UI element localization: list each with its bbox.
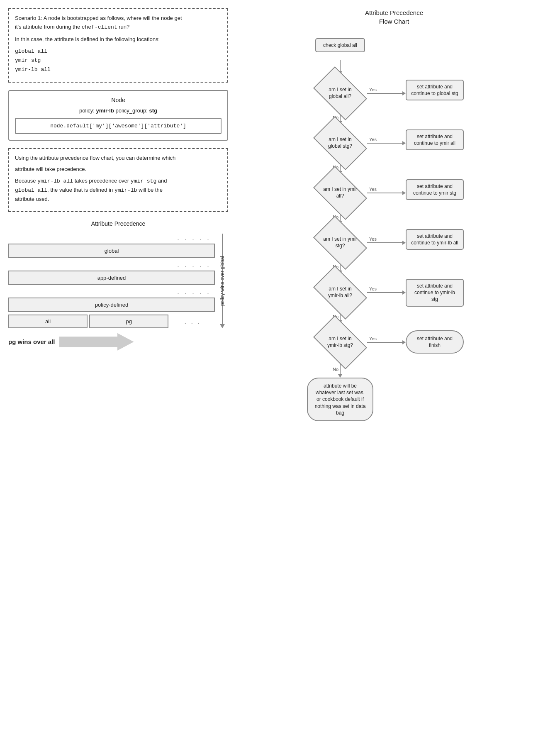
stack-diagram: . . . . . global . . . . . app-defined xyxy=(8,234,215,328)
svg-marker-25 xyxy=(402,241,406,245)
svg-text:Yes: Yes xyxy=(369,237,377,242)
svg-text:No: No xyxy=(333,367,338,372)
result-2: set attribute and continue to ymir all xyxy=(406,129,464,150)
node-box: Node policy: ymir-lb policy_group: stg n… xyxy=(8,90,228,141)
explanation-box: Using the attribute precedence flow char… xyxy=(8,148,228,212)
svg-text:Yes: Yes xyxy=(369,87,377,92)
stack-layer-app: app-defined xyxy=(8,271,215,285)
stack-layer-global: global xyxy=(8,244,215,258)
end-node: attribute will be whatever last set was,… xyxy=(307,378,373,421)
start-node: check global all xyxy=(315,38,365,52)
svg-text:Yes: Yes xyxy=(369,286,377,291)
attr-prec-section: Attribute Precedence . . . . . global . … xyxy=(8,220,228,351)
diamond-3: am I set in ymir all? xyxy=(313,174,367,212)
flowchart-container: No Yes No Yes No Yes xyxy=(265,34,523,719)
attr-prec-title: Attribute Precedence xyxy=(8,220,228,227)
scenario-text: Scenario 1: A node is bootstrapped as fo… xyxy=(15,14,222,32)
flowchart-title: Attribute Precedence Flow Chart xyxy=(365,8,423,26)
diamond-4: am I set in ymir stg? xyxy=(313,224,367,261)
flowchart-lines: No Yes No Yes No Yes xyxy=(265,34,523,719)
diamond-5: am I set in ymir-lb all? xyxy=(313,274,367,311)
stack-layer-policy: policy-defined xyxy=(8,298,215,312)
node-code: node.default['my']['awesome']['attribute… xyxy=(15,118,222,134)
svg-text:Yes: Yes xyxy=(369,187,377,192)
diamond-6: am I set in ymir-lb stg? xyxy=(313,324,367,361)
result-4: set attribute and continue to ymir-lb al… xyxy=(406,229,464,250)
page: Scenario 1: A node is bootstrapped as fo… xyxy=(0,0,560,749)
svg-marker-37 xyxy=(402,340,406,344)
left-panel: Scenario 1: A node is bootstrapped as fo… xyxy=(8,8,228,741)
svg-marker-13 xyxy=(402,141,406,145)
svg-text:Yes: Yes xyxy=(369,137,377,142)
pg-wins-row: pg wins over all xyxy=(8,333,228,351)
result-6: set attribute and finish xyxy=(406,330,464,354)
stack-sub-row: all pg . . . xyxy=(8,315,215,328)
svg-marker-19 xyxy=(402,191,406,195)
svg-marker-34 xyxy=(338,374,342,378)
node-title: Node xyxy=(15,97,222,103)
svg-text:Yes: Yes xyxy=(369,336,377,341)
arrow-label-col: policy wins over global xyxy=(215,234,228,328)
scenario-locations: global all ymir stg ymir-lb all xyxy=(15,47,222,74)
diamond-2: am I set in global stg? xyxy=(313,124,367,162)
right-panel: Attribute Precedence Flow Chart No Yes N… xyxy=(236,8,552,741)
node-policy: policy: ymir-lb policy_group: stg xyxy=(15,107,222,114)
result-1: set attribute and continue to global stg xyxy=(406,80,464,100)
scenario-box: Scenario 1: A node is bootstrapped as fo… xyxy=(8,8,228,83)
result-5: set attribute and continue to ymir-lb st… xyxy=(406,279,464,307)
pg-wins-arrow xyxy=(59,333,134,351)
scenario-locations-intro: In this case, the attribute is defined i… xyxy=(15,35,222,44)
diamond-1: am I set in global all? xyxy=(313,75,367,112)
svg-marker-7 xyxy=(402,91,406,95)
result-3: set attribute and continue to ymir stg xyxy=(406,179,464,200)
svg-marker-31 xyxy=(402,290,406,295)
